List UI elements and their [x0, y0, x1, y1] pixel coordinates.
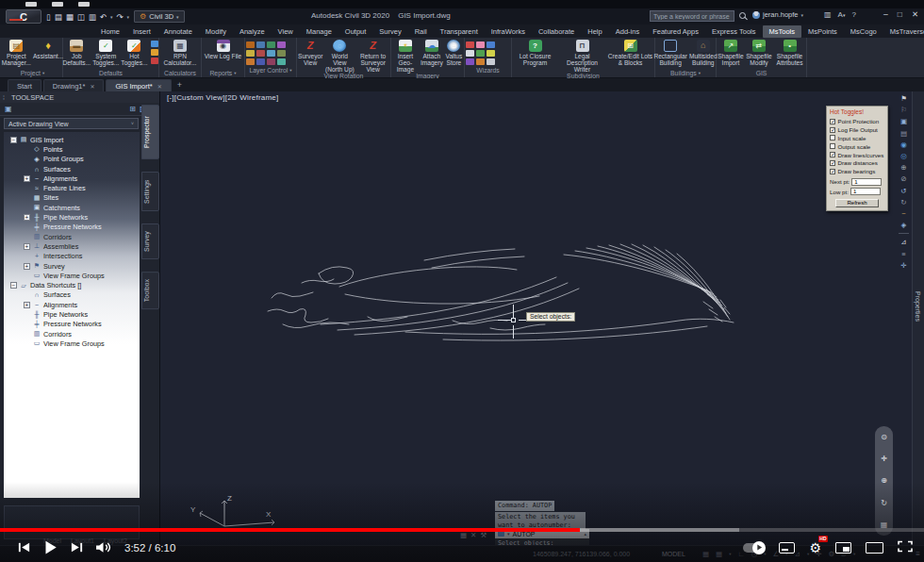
node-tool-icon[interactable]: ◈ — [901, 221, 907, 229]
signin-area[interactable]: jeran.hopfe ▾ — [752, 10, 803, 19]
globe-tool-icon[interactable]: ◉ — [900, 140, 907, 149]
system-toggles-button[interactable]: ✓System Toggles... — [92, 40, 119, 66]
ribbon-tab[interactable]: Home — [94, 25, 126, 38]
zoom-icon[interactable]: ⊕ — [881, 476, 887, 485]
expand-toggle[interactable]: + — [24, 263, 30, 270]
video-progress-bar[interactable] — [0, 528, 924, 532]
viewport-menu-control[interactable]: [-] — [167, 93, 174, 102]
file-tab-start[interactable]: Start — [8, 79, 41, 91]
checkbox[interactable] — [830, 127, 835, 133]
layer-tool-icon[interactable] — [267, 58, 275, 65]
checkbox[interactable] — [830, 169, 835, 174]
tree-item[interactable]: −▱Data Shortcuts [] — [4, 280, 140, 289]
project-manager-button[interactable]: ▤Project Manager... — [2, 40, 31, 66]
ribbon-tab-mstools[interactable]: MsTools — [763, 25, 802, 38]
help-icon[interactable]: ? — [851, 10, 855, 19]
flag-outline-tool-icon[interactable]: ⚐ — [900, 106, 907, 114]
wizard-tool-icon[interactable] — [487, 58, 495, 65]
wizard-tool-icon[interactable] — [466, 58, 474, 65]
visual-style-control[interactable]: [2D Wireframe] — [225, 93, 279, 102]
checkbox[interactable] — [830, 143, 835, 149]
tree-item[interactable]: ·╪Pressure Networks — [4, 223, 140, 232]
wizard-tool-icon[interactable] — [476, 50, 485, 57]
undo-caret-icon[interactable]: ▾ — [110, 14, 113, 20]
toolspace-header[interactable]: TOOLSPACE — [0, 91, 159, 103]
app-store-icon[interactable]: ▥ — [824, 10, 832, 19]
subtitles-icon[interactable] — [779, 542, 795, 554]
layer-tool-icon[interactable] — [256, 41, 265, 48]
volume-icon[interactable] — [91, 536, 115, 560]
surveyor-view-button[interactable]: ZSurveyor View — [298, 40, 322, 66]
ribbon-tab[interactable]: Featured Apps — [646, 25, 705, 38]
ribbon-tab[interactable]: Express Tools — [705, 25, 763, 38]
rotate-cw-tool-icon[interactable]: ↻ — [900, 198, 906, 207]
hot-toggles-button[interactable]: ✓Hot Toggles... — [121, 40, 147, 66]
ribbon-tab[interactable]: Analyze — [233, 25, 272, 38]
data-shortcuts-icon[interactable]: ⊞ — [129, 105, 136, 113]
tree-item[interactable]: ·+Intersections — [4, 252, 140, 261]
ribbon-tab[interactable]: MsPoints — [801, 25, 844, 38]
multisided-building-button[interactable]: ⌂Multisided Building — [689, 40, 718, 66]
tree-item[interactable]: ·∩Surfaces — [4, 290, 140, 300]
expand-toggle[interactable]: − — [10, 137, 17, 143]
tree-item[interactable]: ·╪Pressure Networks — [4, 320, 140, 329]
expand-toggle[interactable]: − — [10, 282, 17, 289]
tree-item[interactable]: +⊥Assemblies — [4, 241, 140, 251]
defaults-tool-icon[interactable] — [151, 41, 158, 47]
close-tab-icon[interactable]: ✕ — [157, 83, 162, 90]
valtus-store-button[interactable]: ⊕Valtus Store — [445, 40, 463, 66]
flag-tool-icon[interactable]: ⚑ — [900, 94, 907, 103]
layer-tool-icon[interactable] — [277, 58, 286, 65]
tree-item[interactable]: ·◈Point Groups — [4, 155, 140, 164]
legal-description-button[interactable]: ΠLegal Description Writer — [559, 40, 606, 73]
ribbon-tab[interactable]: Collaborate — [532, 25, 581, 38]
expand-toggle[interactable]: + — [24, 214, 30, 221]
tree-item[interactable]: +~Alignments — [4, 174, 140, 183]
ribbon-tab[interactable]: Add-ins — [609, 25, 646, 38]
layer-tool-icon[interactable] — [267, 41, 275, 48]
search-icon[interactable] — [739, 12, 746, 19]
panel-label-layer-control[interactable]: Layer Control — [246, 65, 295, 74]
redo-caret-icon[interactable]: ▾ — [127, 14, 130, 20]
next-video-button[interactable] — [64, 536, 89, 560]
panel-tool-icon[interactable]: ▤ — [900, 129, 907, 138]
redo-icon[interactable]: ↷ — [116, 12, 123, 22]
expand-toggle[interactable]: + — [24, 243, 30, 250]
panel-label-gis[interactable]: GIS — [718, 68, 805, 77]
create-edit-lots-button[interactable]: ⊞Create/Edit Lots & Blocks — [608, 40, 653, 66]
ribbon-tab[interactable]: Annotate — [157, 25, 199, 38]
rectangular-building-button[interactable]: Rectangular Building — [653, 40, 687, 66]
tree-item[interactable]: ·▥Corridors — [4, 329, 140, 339]
drawing-canvas[interactable]: [-][Custom View][2D Wireframe] — [160, 91, 924, 545]
maximize-button[interactable]: □ — [898, 9, 902, 19]
tree-item[interactable]: ·◇Points — [4, 144, 140, 154]
view-log-file-button[interactable]: ◉View Log File — [205, 40, 241, 59]
layer-tool-icon[interactable]: ▣ — [900, 117, 907, 125]
theater-mode-icon[interactable] — [866, 542, 883, 554]
erase-tool-icon[interactable]: ⊘ — [900, 174, 906, 183]
lot-closure-button[interactable]: ?Lot Closure Program — [514, 40, 557, 66]
ribbon-tab[interactable]: MsTraverse — [883, 25, 924, 38]
properties-palette-strip[interactable]: Properties — [912, 91, 924, 545]
panel-label-reports[interactable]: Reports — [203, 68, 243, 77]
snap-tool-icon[interactable]: ✛ — [900, 261, 906, 270]
ribbon-tab[interactable]: Transparent — [434, 25, 485, 38]
fullscreen-icon[interactable] — [898, 539, 913, 556]
layer-tool-icon[interactable] — [246, 58, 255, 65]
layer-tool-icon[interactable] — [277, 41, 286, 48]
tree-item[interactable]: ·▣Catchments — [4, 203, 140, 212]
panel-label-buildings[interactable]: Buildings — [656, 68, 715, 77]
file-tab-gis-import[interactable]: GIS Import*✕ — [106, 79, 171, 91]
plot-icon[interactable]: ▥ — [89, 12, 96, 22]
tab-properties[interactable]: Properties — [915, 291, 921, 322]
view-control[interactable]: [Custom View] — [174, 93, 225, 102]
undo-icon[interactable]: ↶ — [100, 12, 107, 22]
world-view-button[interactable]: ◌World View (North Up) — [324, 40, 355, 73]
panel-label-wizards[interactable]: Wizards — [466, 65, 510, 74]
defaults-tool-icon[interactable] — [151, 58, 158, 64]
return-surveyor-view-button[interactable]: ZReturn to Surveyor View — [356, 40, 389, 73]
play-button[interactable] — [38, 536, 62, 560]
hot-toggles-title[interactable]: Hot Toggles! — [830, 108, 884, 115]
orbit-icon[interactable]: ↻ — [881, 499, 887, 507]
pan-icon[interactable]: ✛ — [881, 455, 887, 463]
